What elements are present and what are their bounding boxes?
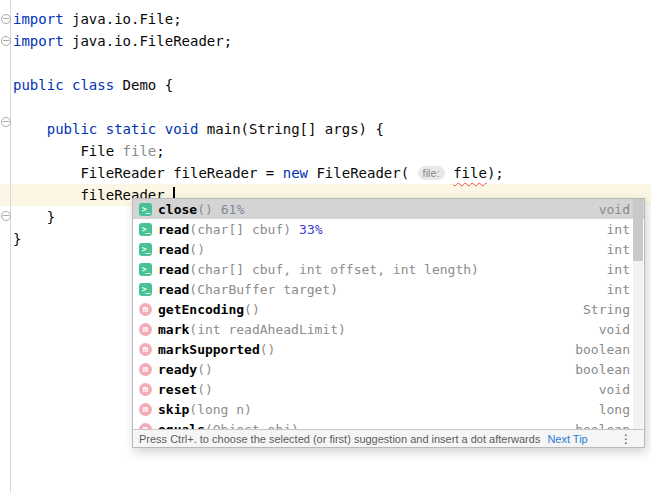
completion-item-params: (CharBuffer target) [189,282,338,297]
gutter-separator [10,0,11,493]
completion-item-name: read [158,282,189,297]
completion-item-name: markSupported [158,342,260,357]
completion-item-name: skip [158,402,189,417]
completion-item-params: (char[] cbuf) [189,222,291,237]
return-type: boolean [575,422,630,430]
completion-item-params: () [260,342,276,357]
frequent-method-icon: >_ [139,263,152,276]
completion-item[interactable]: >_read(char[] cbuf)33%int [133,219,644,239]
fold-marker-imports-start[interactable] [1,14,11,24]
completion-item-params: () [244,302,260,317]
code-token: java.io.FileReader; [64,33,233,49]
usage-frequency: 33% [299,222,322,237]
method-icon: m [139,323,152,336]
usage-frequency: 61% [221,202,244,217]
completion-item-params: (char[] cbuf, int offset, int length) [189,262,479,277]
code-token [445,165,453,181]
completion-item[interactable]: mreset()void [133,379,644,399]
return-type: void [599,322,630,337]
return-type: void [599,382,630,397]
completion-item[interactable]: mskip(long n)long [133,399,644,419]
code-token: Demo { [114,77,173,93]
keyword-token: import [13,11,64,27]
next-tip-link[interactable]: Next Tip [547,433,587,445]
return-type: int [607,282,630,297]
code-line[interactable]: import java.io.File; [0,8,651,30]
code-token: FileReader fileReader = [13,165,283,181]
completion-item[interactable]: >_close()61%void [133,199,644,219]
code-token: main(String[] args) { [198,121,383,137]
return-type: long [599,402,630,417]
completion-item[interactable]: >_read(char[] cbuf, int offset, int leng… [133,259,644,279]
return-type: void [599,202,630,217]
completion-item[interactable]: mmark(int readAheadLimit)void [133,319,644,339]
kebab-menu-icon[interactable]: ⋮ [620,432,632,446]
code-line[interactable]: FileReader fileReader = new FileReader( … [0,162,651,184]
code-token [13,121,47,137]
completion-item[interactable]: >_read(CharBuffer target)int [133,279,644,299]
completion-item-params: (int readAheadLimit) [189,322,346,337]
frequent-method-icon: >_ [139,283,152,296]
code-token: ; [156,143,164,159]
keyword-token: import [13,33,64,49]
unused-variable-token: file [123,143,157,159]
completion-item-params: () [189,242,205,257]
return-type: int [607,262,630,277]
popup-scrollbar[interactable] [633,199,643,429]
keyword-token: new [283,165,308,181]
parameter-hint-chip: file: [418,166,445,180]
code-line[interactable] [0,52,651,74]
completion-item-params: () [197,382,213,397]
code-token: FileReader( [308,165,418,181]
return-type: int [607,222,630,237]
code-line[interactable] [0,96,651,118]
completion-item[interactable]: mmarkSupported()boolean [133,339,644,359]
method-icon: m [139,383,152,396]
completion-list: >_close()61%void>_read(char[] cbuf)33%in… [133,199,644,429]
completion-item-name: close [158,202,197,217]
fold-marker-main-end[interactable] [1,211,11,221]
code-token: } [13,231,21,247]
return-type: boolean [575,342,630,357]
error-token: file [453,165,487,181]
code-token: ); [487,165,504,181]
scrollbar-thumb[interactable] [633,199,643,261]
method-icon: m [139,403,152,416]
completion-item[interactable]: mequals(Object obj)boolean [133,419,644,429]
completion-item[interactable]: mgetEncoding()String [133,299,644,319]
completion-item[interactable]: mready()boolean [133,359,644,379]
completion-item-name: equals [158,422,205,430]
completion-item-params: () [197,202,213,217]
return-type: String [583,302,630,317]
return-type: int [607,242,630,257]
completion-item-params: () [197,362,213,377]
completion-item[interactable]: >_read()int [133,239,644,259]
code-token: java.io.File; [64,11,182,27]
return-type: boolean [575,362,630,377]
popup-footer: Press Ctrl+. to choose the selected (or … [133,429,644,447]
keyword-token: public static void [47,121,199,137]
completion-item-name: read [158,222,189,237]
completion-item-name: ready [158,362,197,377]
code-line[interactable]: import java.io.FileReader; [0,30,651,52]
completion-item-name: read [158,262,189,277]
code-line[interactable]: File file; [0,140,651,162]
completion-item-name: mark [158,322,189,337]
completion-popup: >_close()61%void>_read(char[] cbuf)33%in… [132,198,645,448]
keyword-token: public class [13,77,114,93]
completion-item-name: reset [158,382,197,397]
frequent-method-icon: >_ [139,203,152,216]
completion-item-name: read [158,242,189,257]
code-line[interactable]: public static void main(String[] args) { [0,118,651,140]
ide-window: import java.io.File;import java.io.FileR… [0,0,651,493]
frequent-method-icon: >_ [139,243,152,256]
code-token: File [13,143,123,159]
code-line[interactable]: public class Demo { [0,74,651,96]
completion-item-params: (long n) [189,402,252,417]
method-icon: m [139,363,152,376]
fold-marker-imports-end[interactable] [1,36,11,46]
fold-marker-main-start[interactable] [1,117,11,127]
footer-hint-text: Press Ctrl+. to choose the selected (or … [139,433,540,445]
completion-item-name: getEncoding [158,302,244,317]
frequent-method-icon: >_ [139,223,152,236]
